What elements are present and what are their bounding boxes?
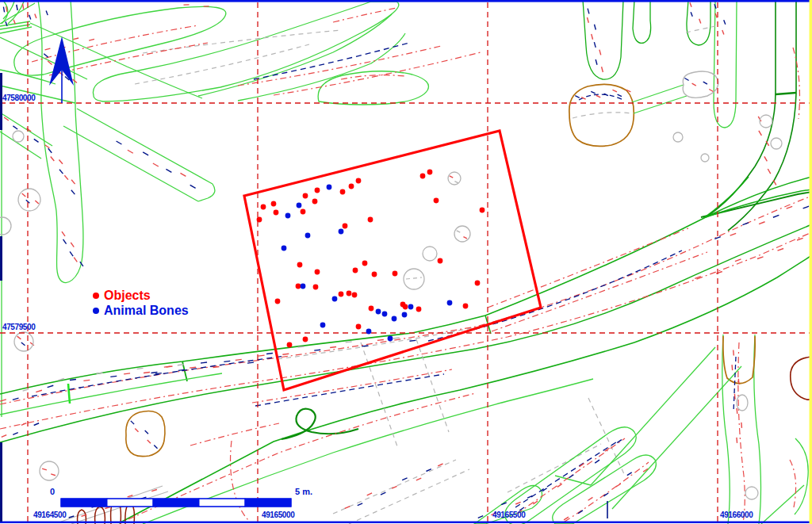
scale-bar-segment — [245, 499, 291, 507]
object-point — [261, 205, 266, 210]
animal-bone-point — [327, 185, 332, 190]
object-point — [340, 189, 346, 195]
object-point — [372, 272, 377, 277]
object-point — [313, 285, 319, 290]
animal-bone-point — [376, 309, 381, 315]
object-point — [403, 304, 408, 310]
object-point — [303, 193, 308, 199]
grid-label-northing-47579500: 47579500 — [2, 323, 35, 331]
object-point — [438, 258, 443, 264]
animal-bones-marker-icon — [93, 308, 99, 314]
object-point — [352, 293, 358, 298]
object-point — [296, 284, 301, 289]
object-point — [303, 337, 308, 342]
object-point — [353, 268, 358, 273]
object-point — [463, 304, 469, 309]
grid-label-easting-49165000: 49165000 — [262, 511, 294, 519]
animal-bone-point — [447, 300, 453, 306]
animal-bone-point — [339, 229, 344, 235]
object-point — [420, 174, 426, 179]
scale-end-label: 5 m. — [295, 488, 312, 495]
object-point — [339, 292, 344, 297]
object-point — [362, 261, 368, 266]
scale-bar-segment — [61, 499, 107, 507]
legend-item-objects: Objects — [93, 288, 189, 303]
animal-bone-point — [366, 329, 372, 335]
north-arrow-icon — [49, 36, 74, 103]
object-point — [297, 262, 303, 268]
grid-label-easting-49166000: 49166000 — [720, 511, 753, 519]
map-canvas — [0, 0, 812, 524]
object-point — [275, 299, 281, 304]
object-point — [301, 209, 306, 215]
animal-bone-point — [408, 304, 414, 310]
object-point — [356, 324, 362, 330]
scale-bar-segment — [107, 499, 153, 507]
object-point — [427, 170, 433, 175]
object-point — [315, 270, 320, 275]
object-point — [315, 188, 320, 193]
object-point — [416, 307, 422, 312]
animal-bone-point — [285, 213, 291, 219]
object-point — [312, 199, 318, 205]
animal-bone-point — [282, 246, 287, 251]
object-point — [287, 342, 293, 348]
legend-label-objects: Objects — [104, 289, 151, 302]
animal-bone-point — [297, 203, 302, 208]
animal-bone-point — [388, 336, 393, 342]
object-point — [271, 201, 277, 207]
object-point — [393, 271, 398, 277]
object-point — [274, 210, 279, 216]
object-point — [368, 217, 373, 223]
object-point — [369, 306, 374, 312]
scale-bar-segment — [153, 499, 199, 507]
object-point — [343, 224, 348, 229]
site-map: 47580000 47579500 49164500 49165000 4916… — [0, 0, 812, 524]
object-point — [475, 281, 481, 286]
legend-item-animal-bones: Animal Bones — [93, 303, 189, 318]
scale-start-label: 0 — [50, 488, 55, 495]
object-point — [434, 198, 439, 204]
objects-marker-icon — [93, 293, 99, 299]
grid-label-easting-49164500: 49164500 — [33, 511, 66, 519]
scale-bar-segment — [199, 499, 245, 507]
animal-bone-point — [402, 312, 408, 318]
object-point — [356, 178, 362, 184]
legend-label-animal-bones: Animal Bones — [104, 304, 189, 317]
animal-bone-point — [392, 316, 397, 322]
animal-bone-point — [301, 284, 306, 289]
animal-bone-point — [305, 233, 311, 239]
animal-bone-point — [320, 323, 326, 328]
excavation-area-outline — [244, 131, 541, 390]
grid-label-easting-49165500: 49165500 — [492, 511, 525, 519]
grid-label-northing-47580000: 47580000 — [2, 94, 35, 102]
map-legend: Objects Animal Bones — [93, 288, 189, 318]
object-point — [349, 184, 354, 189]
animal-bone-point — [382, 312, 388, 317]
object-point — [480, 208, 485, 213]
object-point — [347, 291, 352, 296]
object-point — [257, 217, 262, 223]
animal-bone-point — [332, 296, 338, 302]
